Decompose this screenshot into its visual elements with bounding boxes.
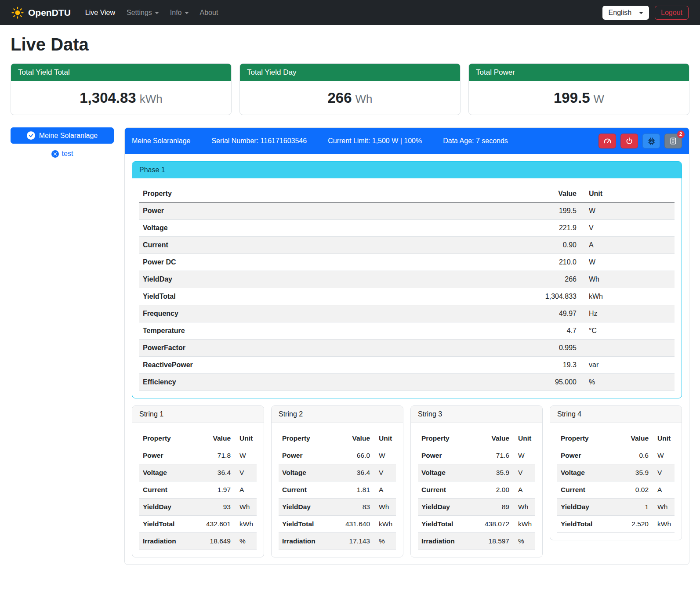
phase-card: Phase 1 Property Value Unit: [132, 161, 682, 398]
value-cell: 83: [340, 499, 374, 516]
string-1-card: String 1 PropertyValueUnit Power71.8W Vo…: [132, 405, 264, 557]
unit-cell: %: [580, 374, 675, 391]
string-table: PropertyValueUnit Power71.8W Voltage36.4…: [139, 430, 257, 550]
brand-label: OpenDTU: [28, 7, 71, 18]
card-title: Total Yield Day: [240, 64, 460, 81]
column-header-property: Property: [418, 430, 479, 447]
column-header-property: Property: [279, 430, 340, 447]
language-value: English: [609, 9, 631, 17]
unit-cell: Wh: [513, 499, 535, 516]
event-count-badge: 2: [677, 130, 685, 138]
property-cell: Power: [418, 447, 479, 464]
value-cell: 432.601: [201, 516, 234, 533]
page-title: Live Data: [11, 35, 689, 54]
property-cell: Power: [557, 447, 619, 464]
value-cell: 4.7: [527, 322, 580, 340]
property-cell: Current: [139, 481, 201, 499]
event-log-button[interactable]: 2: [664, 134, 682, 148]
value-cell: 17.143: [340, 533, 374, 550]
nav-about[interactable]: About: [194, 5, 224, 20]
unit-cell: [580, 340, 675, 357]
table-row: Power DC210.0W: [139, 254, 675, 271]
limit-settings-button[interactable]: [598, 134, 616, 148]
property-cell: Irradiation: [139, 533, 201, 550]
inverter-panel-header: Meine Solaranlage Serial Number: 1161716…: [125, 128, 689, 154]
value-cell: 49.97: [527, 305, 580, 322]
value-cell: 93: [201, 499, 234, 516]
value-cell: 89: [479, 499, 513, 516]
inverter-panel: Meine Solaranlage Serial Number: 1161716…: [124, 127, 689, 565]
table-header-row: PropertyValueUnit: [279, 430, 396, 447]
value-cell: 0.90: [527, 237, 580, 254]
value-cell: 0.995: [527, 340, 580, 357]
property-cell: YieldDay: [557, 499, 619, 516]
property-cell: Voltage: [557, 464, 619, 481]
language-select[interactable]: English: [602, 6, 649, 20]
table-row: Temperature4.7°C: [139, 322, 675, 340]
property-cell: Power: [139, 447, 201, 464]
card-unit: kWh: [140, 92, 163, 105]
unit-cell: kWh: [652, 516, 675, 533]
value-cell: 36.4: [201, 464, 234, 481]
value-cell: 0.02: [619, 481, 652, 499]
value-cell: 19.3: [527, 357, 580, 374]
value-cell: 2.520: [619, 516, 652, 533]
string-title: String 4: [550, 406, 682, 423]
logout-button[interactable]: Logout: [655, 6, 689, 20]
property-cell: Current: [557, 481, 619, 499]
value-cell: 438.072: [479, 516, 513, 533]
table-row: YieldTotal2.520kWh: [557, 516, 675, 533]
unit-cell: %: [374, 533, 396, 550]
property-cell: YieldTotal: [557, 516, 619, 533]
card-value: 1,304.83: [80, 90, 136, 106]
nav-settings[interactable]: Settings: [121, 5, 164, 20]
property-cell: Current: [279, 481, 340, 499]
chevron-down-icon: [155, 12, 159, 14]
nav-live-view[interactable]: Live View: [80, 5, 121, 20]
table-row: Current0.02A: [557, 481, 675, 499]
property-cell: Voltage: [279, 464, 340, 481]
column-header-unit: Unit: [580, 185, 675, 203]
summary-cards: Total Yield Total 1,304.83kWh Total Yiel…: [11, 63, 689, 115]
total-power-card: Total Power 199.5W: [468, 63, 689, 115]
table-row: Current2.00A: [418, 481, 535, 499]
table-row: YieldTotal432.601kWh: [139, 516, 257, 533]
unit-cell: Hz: [580, 305, 675, 322]
table-row: Voltage36.4V: [279, 464, 396, 481]
value-cell: 18.649: [201, 533, 234, 550]
table-row: Voltage36.4V: [139, 464, 257, 481]
card-unit: Wh: [355, 92, 373, 105]
chevron-down-icon: [639, 12, 643, 14]
gauge-icon: [603, 137, 612, 145]
unit-cell: %: [513, 533, 535, 550]
unit-cell: Wh: [234, 499, 257, 516]
value-cell: 266: [527, 271, 580, 288]
unit-cell: A: [652, 481, 675, 499]
unit-cell: V: [513, 464, 535, 481]
inverter-info-button[interactable]: [642, 134, 660, 148]
inverter-select-test[interactable]: test: [11, 150, 114, 158]
table-row: YieldDay266Wh: [139, 271, 675, 288]
table-row: YieldTotal1,304.833kWh: [139, 288, 675, 305]
nav-info[interactable]: Info: [164, 5, 194, 20]
table-row: Irradiation18.649%: [139, 533, 257, 550]
column-header-value: Value: [340, 430, 374, 447]
unit-cell: Wh: [652, 499, 675, 516]
brand[interactable]: OpenDTU: [11, 7, 71, 19]
table-header-row: PropertyValueUnit: [139, 430, 257, 447]
string-title: String 1: [132, 406, 264, 423]
table-row: Power199.5W: [139, 203, 675, 220]
unit-cell: °C: [580, 322, 675, 340]
unit-cell: V: [652, 464, 675, 481]
table-row: Power71.6W: [418, 447, 535, 464]
property-cell: YieldDay: [418, 499, 479, 516]
table-row: Irradiation18.597%: [418, 533, 535, 550]
property-cell: YieldDay: [279, 499, 340, 516]
string-table: PropertyValueUnit Power71.6W Voltage35.9…: [418, 430, 535, 550]
unit-cell: Wh: [374, 499, 396, 516]
column-header-value: Value: [201, 430, 234, 447]
power-control-button[interactable]: [620, 134, 638, 148]
value-cell: 35.9: [479, 464, 513, 481]
table-row: YieldDay93Wh: [139, 499, 257, 516]
inverter-select-active[interactable]: Meine Solaranlage: [11, 127, 114, 144]
